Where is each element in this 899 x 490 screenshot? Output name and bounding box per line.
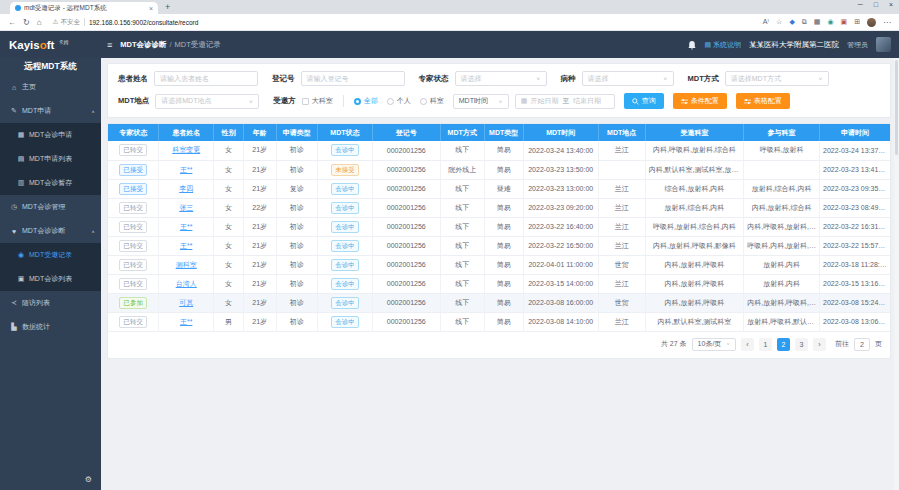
cell-age: 21岁 xyxy=(243,179,276,198)
cell-reg-no: 0002001256 xyxy=(372,141,440,160)
patient-name-link[interactable]: 张三 xyxy=(179,204,193,211)
page-button-3[interactable]: 3 xyxy=(795,338,808,351)
next-page-button[interactable]: › xyxy=(813,338,826,351)
cell-age: 21岁 xyxy=(243,312,276,331)
time-type-select[interactable]: MDT时间∨ xyxy=(453,94,509,109)
magnifier-icon xyxy=(632,98,639,105)
chevron-up-icon: ∧ xyxy=(91,229,95,234)
records-table-card: 专家状态患者姓名性别年龄申请类型MDT状态登记号MDT方式MDT类型MDT时间M… xyxy=(107,123,891,359)
radio-dot-icon xyxy=(387,98,394,105)
page-size-select[interactable]: 10条/页 ∨ xyxy=(692,338,736,351)
sidebar-item-9[interactable]: ≺随访列表 xyxy=(0,291,101,315)
cell-mdt-time: 2022-03-23 13:50:00 xyxy=(523,160,598,179)
patient-name-input[interactable]: 请输入患者姓名 xyxy=(154,71,258,86)
page-button-2[interactable]: 2 xyxy=(777,338,790,351)
sidebar-item-7[interactable]: ◉MDT受邀记录 xyxy=(0,243,101,267)
disease-select[interactable]: 请选择∨ xyxy=(582,71,674,86)
vertical-divider xyxy=(343,95,344,107)
patient-name-link[interactable]: 可其 xyxy=(179,299,193,306)
cell-mdt-place: 兰江 xyxy=(598,141,645,160)
sidebar-item-3[interactable]: ▤MDT申请列表 xyxy=(0,147,101,171)
cell-joined-depts: 内科,放射科,呼吸科,测试科室 xyxy=(744,293,820,312)
mdt-mode-select[interactable]: 请选择MDT方式∨ xyxy=(725,71,829,86)
column-header: 登记号 xyxy=(372,124,440,141)
invitee-radio-1[interactable]: 个人 xyxy=(387,96,411,106)
patient-name-link[interactable]: 王** xyxy=(180,166,192,173)
invitee-radio-2[interactable]: 科室 xyxy=(420,96,444,106)
user-avatar[interactable] xyxy=(876,37,891,52)
cell-age: 22岁 xyxy=(243,198,276,217)
scrollbar-thumb[interactable] xyxy=(895,60,898,155)
extension-blue-icon[interactable]: ◆ xyxy=(789,18,794,26)
sidebar-item-8[interactable]: ▣MDT会诊列表 xyxy=(0,267,101,291)
condition-config-button[interactable]: 条件配置 xyxy=(673,93,727,109)
chevron-down-icon: ∨ xyxy=(249,99,253,104)
cell-invited-depts: 内科,默认科室,测试科室,放射科 xyxy=(645,160,744,179)
invitee-radio-0[interactable]: 全部 xyxy=(354,96,378,106)
reg-no-input[interactable]: 请输入登记号 xyxy=(301,71,405,86)
expert-status-select[interactable]: 请选择∨ xyxy=(455,71,547,86)
expert-status-badge: 已接受 xyxy=(119,183,147,195)
extension-globe-icon[interactable]: ◉ xyxy=(827,18,833,26)
tab-close-icon[interactable]: × xyxy=(149,5,153,12)
page-button-1[interactable]: 1 xyxy=(759,338,772,351)
patient-name-link[interactable]: 科室变更 xyxy=(172,146,200,153)
cell-mdt-place: 世贸 xyxy=(598,293,645,312)
mdt-status-badge: 会诊中 xyxy=(331,259,359,271)
browser-menu-icon[interactable]: ⋯ xyxy=(883,18,891,27)
sidebar-item-10[interactable]: ▙数据统计 xyxy=(0,315,101,339)
cell-sex: 女 xyxy=(214,274,244,293)
browser-tab[interactable]: mdt受邀记录 - 远程MDT系统 × xyxy=(10,2,158,14)
collections-icon[interactable]: ⊞ xyxy=(854,18,860,26)
sidebar-item-0[interactable]: ⌂主页 xyxy=(0,75,101,99)
patient-name-link[interactable]: 王** xyxy=(180,223,192,230)
window-maximize-button[interactable]: □ xyxy=(874,1,878,8)
browser-profile-avatar[interactable] xyxy=(867,18,876,27)
date-range-picker[interactable]: ▦ 开始日期 至 结束日期 xyxy=(515,94,615,109)
browser-navbar: ← ↻ ⌂ ⚠ 不安全 192.168.0.156:9002/consultat… xyxy=(0,14,899,31)
search-button[interactable]: 查询 xyxy=(624,93,664,109)
mdt-status-badge: 会诊中 xyxy=(331,316,359,328)
bell-icon[interactable] xyxy=(688,36,696,54)
goto-page-input[interactable]: 2 xyxy=(854,338,870,351)
extension-grid-icon[interactable]: ▦ xyxy=(814,18,821,26)
home-icon[interactable]: ⌂ xyxy=(37,18,42,27)
gear-icon[interactable]: ⚙ xyxy=(85,475,92,484)
window-minimize-button[interactable]: ─ xyxy=(858,1,863,8)
sidebar-item-4[interactable]: ▥MDT会诊暂存 xyxy=(0,171,101,195)
new-tab-button[interactable]: + xyxy=(165,2,170,12)
table-config-button[interactable]: 表格配置 xyxy=(736,93,790,109)
app-logo: Kayisoft 卡姆 xyxy=(0,39,101,51)
patient-name-link[interactable]: 王** xyxy=(180,318,192,325)
sidebar-item-1[interactable]: ✎MDT申请∧ xyxy=(0,99,101,123)
system-help-link[interactable]: ▤ 系统说明 xyxy=(704,40,741,50)
prev-page-button[interactable]: ‹ xyxy=(741,338,754,351)
patient-name-link[interactable]: 测科室 xyxy=(176,261,197,268)
expert-status-badge: 已转交 xyxy=(119,202,147,214)
refresh-icon[interactable]: ↻ xyxy=(23,18,30,27)
extension-box-icon[interactable]: ▣ xyxy=(841,18,848,26)
help-doc-icon: ▤ xyxy=(704,41,711,49)
window-close-button[interactable]: × xyxy=(889,1,893,8)
cell-mdt-mode: 线下 xyxy=(440,312,484,331)
address-bar[interactable]: ⚠ 不安全 192.168.0.156:9002/consultate/reco… xyxy=(53,18,756,27)
mdt-place-select[interactable]: 请选择MDT地点∨ xyxy=(155,94,259,109)
cell-mdt-mode: 线下 xyxy=(440,236,484,255)
patient-name-link[interactable]: 台湾人 xyxy=(176,280,197,287)
patient-name-link[interactable]: 王** xyxy=(180,242,192,249)
extension-copy-icon[interactable]: ⧉ xyxy=(802,18,807,26)
read-aloud-icon[interactable]: A⁾ xyxy=(763,18,769,26)
sidebar-item-2[interactable]: ▦MDT会诊申请 xyxy=(0,123,101,147)
expert-status-badge: 已转交 xyxy=(119,316,147,328)
sidebar-item-5[interactable]: ◷MDT会诊管理 xyxy=(0,195,101,219)
sidebar-item-6[interactable]: ♥MDT会诊诊断∧ xyxy=(0,219,101,243)
cell-age: 21岁 xyxy=(243,293,276,312)
favorite-star-icon[interactable]: ☆ xyxy=(776,18,782,26)
page-scrollbar[interactable] xyxy=(894,58,899,490)
back-icon[interactable]: ← xyxy=(8,18,16,27)
cell-mdt-mode: 线下 xyxy=(440,141,484,160)
cell-invited-depts: 综合科,放射科,内科 xyxy=(645,179,744,198)
major-dept-checkbox[interactable] xyxy=(302,98,309,105)
sidebar-fold-icon[interactable]: ≡ xyxy=(107,40,112,50)
patient-name-link[interactable]: 李四 xyxy=(179,185,193,192)
